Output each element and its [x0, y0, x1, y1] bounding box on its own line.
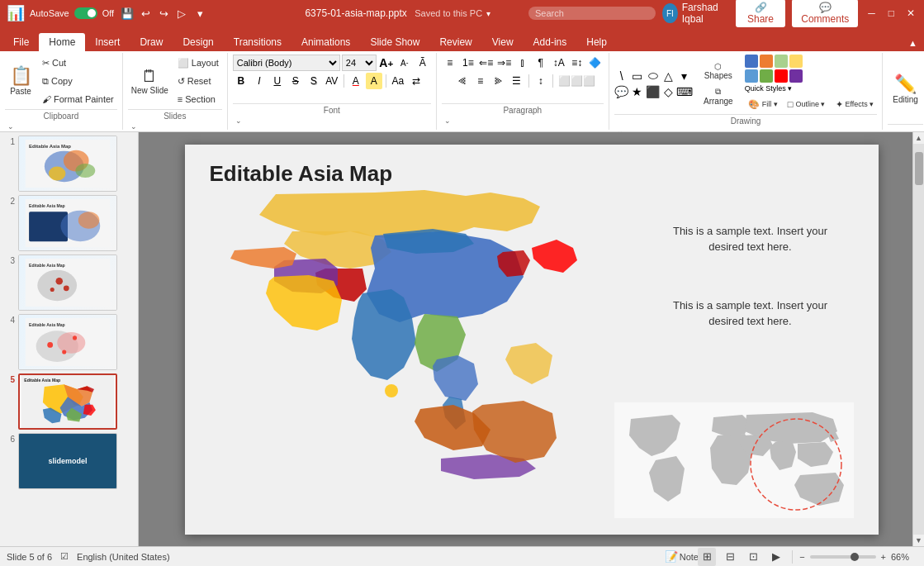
shape-star[interactable]: ★ [630, 84, 645, 99]
shape-outline-button[interactable]: □ Outline ▾ [784, 96, 829, 112]
shapes-button[interactable]: ⬡ Shapes [698, 59, 739, 83]
arrange-button[interactable]: ⧉ Arrange [698, 84, 739, 107]
smartart-button[interactable]: 🔷 [587, 55, 604, 71]
present-button[interactable]: ▷ [173, 5, 190, 21]
tab-draw[interactable]: Draw [130, 33, 173, 51]
layout-button[interactable]: ⬜ Layout [174, 55, 222, 71]
tab-animations[interactable]: Animations [291, 33, 360, 51]
share-button[interactable]: 🔗 Share [736, 0, 785, 27]
bullets-button[interactable]: ≡ [442, 55, 458, 71]
redo-button[interactable]: ↪ [155, 5, 172, 21]
bold-button[interactable]: B [233, 73, 249, 89]
col2-button[interactable]: ⬜⬜ [575, 73, 591, 89]
save-button[interactable]: 💾 [119, 5, 135, 21]
reading-view-button[interactable]: ⊡ [744, 548, 762, 566]
save-state-arrow[interactable]: ▾ [486, 9, 490, 18]
zoom-out-icon[interactable]: − [799, 552, 804, 562]
underline-button[interactable]: U [269, 73, 286, 89]
para-options-button[interactable]: ¶ [533, 55, 549, 71]
align-right-button[interactable]: ⫸ [490, 73, 507, 89]
scroll-down-button[interactable]: ▼ [913, 535, 925, 546]
italic-button[interactable]: I [251, 73, 268, 89]
slide-thumb-5[interactable]: 5 Editable Asia Map [3, 373, 135, 430]
align-text-button[interactable]: ≡↕ [569, 55, 585, 71]
zoom-in-icon[interactable]: + [881, 552, 886, 562]
shape-line[interactable]: \ [614, 69, 629, 83]
text-direction-button[interactable]: ↕A [551, 55, 567, 71]
slide-sorter-button[interactable]: ⊟ [721, 548, 739, 566]
tab-home[interactable]: Home [39, 33, 85, 51]
zoom-thumb[interactable] [851, 553, 859, 561]
scroll-up-button[interactable]: ▲ [913, 132, 925, 144]
comments-button[interactable]: 💬 Comments [792, 0, 859, 27]
clipboard-expand[interactable]: ⌄ [5, 121, 17, 132]
char-spacing-button[interactable]: AV [324, 73, 340, 89]
style-blue[interactable] [745, 55, 758, 68]
minimize-button[interactable]: ─ [865, 5, 878, 21]
editing-button[interactable]: ✏️ Editing [888, 64, 923, 113]
section-button[interactable]: ≡ Section [174, 91, 222, 107]
font-color-button[interactable]: A [348, 73, 364, 89]
normal-view-button[interactable]: ⊞ [698, 548, 716, 566]
tab-transitions[interactable]: Transitions [224, 33, 291, 51]
paragraph-expand[interactable]: ⌄ [442, 115, 453, 126]
increase-indent-button[interactable]: ⇒≡ [496, 55, 513, 71]
zoom-slider[interactable] [810, 555, 876, 559]
slide-thumb-3[interactable]: 3 Editable Asia Map [3, 254, 135, 311]
copy-button[interactable]: ⧉ Copy [39, 73, 117, 89]
new-slide-button[interactable]: 🗒 New Slide [128, 56, 172, 106]
shape-flow[interactable]: ◇ [661, 84, 676, 99]
format-painter-button[interactable]: 🖌 Format Painter [39, 91, 117, 107]
shape-arrow[interactable]: △ [661, 69, 676, 83]
shape-oval[interactable]: ⬭ [646, 69, 661, 83]
shape-effects-button[interactable]: ✦ Effects ▾ [832, 96, 878, 112]
slideshow-view-button[interactable]: ▶ [767, 548, 785, 566]
scroll-thumb[interactable] [915, 152, 923, 185]
tab-design[interactable]: Design [173, 33, 223, 51]
shape-scroll[interactable]: ⌨ [677, 84, 692, 99]
numbering-button[interactable]: 1≡ [460, 55, 476, 71]
maximize-button[interactable]: □ [884, 5, 898, 21]
ribbon-collapse-icon[interactable]: ▲ [902, 35, 924, 51]
style-purple[interactable] [789, 69, 803, 83]
decrease-font-button[interactable]: A- [396, 55, 413, 71]
notes-button[interactable]: 📝 Notes [675, 548, 693, 566]
highlight-button[interactable]: A [366, 73, 382, 89]
quick-styles-button[interactable]: Quick Styles ▾ [745, 84, 878, 93]
autosave-toggle[interactable] [74, 7, 97, 19]
tab-insert[interactable]: Insert [85, 33, 130, 51]
style-red[interactable] [775, 69, 788, 83]
tab-addins[interactable]: Add-ins [524, 33, 577, 51]
slides-expand[interactable]: ⌄ [128, 121, 140, 132]
tab-help[interactable]: Help [576, 33, 617, 51]
style-blue2[interactable] [745, 69, 758, 83]
line-spacing-button[interactable]: ↕ [533, 73, 549, 89]
tab-file[interactable]: File [3, 33, 39, 51]
close-button[interactable]: ✕ [904, 5, 917, 21]
shape-block[interactable]: ⬛ [646, 84, 661, 99]
style-green2[interactable] [760, 69, 773, 83]
tab-review[interactable]: Review [429, 33, 481, 51]
shape-rect[interactable]: ▭ [630, 69, 645, 83]
tab-slideshow[interactable]: Slide Show [360, 33, 429, 51]
reset-button[interactable]: ↺ Reset [174, 73, 222, 89]
increase-font-button[interactable]: A+ [378, 55, 395, 71]
style-green[interactable] [775, 55, 788, 68]
clear-format-button[interactable]: Ã [415, 55, 431, 71]
strikethrough-button[interactable]: S [287, 73, 304, 89]
customize-button[interactable]: ▾ [192, 5, 208, 21]
shape-fill-button[interactable]: 🎨 Fill ▾ [745, 96, 781, 112]
scroll-track[interactable] [913, 144, 925, 535]
text-dir-button[interactable]: ⇄ [408, 73, 424, 89]
decrease-indent-button[interactable]: ⇐≡ [478, 55, 495, 71]
slide-thumb-1[interactable]: 1 Editable Asia Map [3, 136, 135, 192]
shape-more[interactable]: ▾ [677, 69, 692, 83]
paste-button[interactable]: 📋 Paste [5, 56, 36, 106]
tab-view[interactable]: View [482, 33, 524, 51]
slide-thumb-2[interactable]: 2 Editable Asia Map [3, 195, 135, 251]
undo-button[interactable]: ↩ [137, 5, 154, 21]
shadow-button[interactable]: S [306, 73, 322, 89]
shape-callout[interactable]: 💬 [614, 84, 629, 99]
search-input[interactable] [528, 7, 656, 20]
slide-thumb-4[interactable]: 4 Editable Asia Map [3, 314, 135, 370]
